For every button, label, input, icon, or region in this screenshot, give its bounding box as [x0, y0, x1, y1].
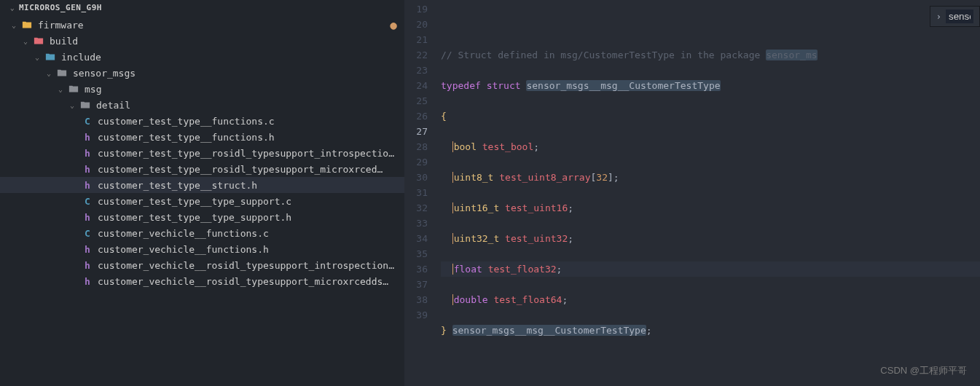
file-label: customer_vechicle__functions.h: [98, 244, 397, 255]
file-label: customer_test_type__rosidl_typesupport_i…: [98, 148, 397, 159]
project-name: MICROROS_GEN_G9H: [19, 3, 102, 12]
file-label: customer_test_type__struct.h: [98, 180, 397, 191]
c-file-icon: C: [82, 116, 93, 127]
chevron-right-icon[interactable]: ›: [936, 12, 941, 22]
var: test_uint32: [505, 233, 568, 244]
watermark: CSDN @工程师平哥: [880, 364, 967, 377]
folder-include[interactable]: ⌄ include: [0, 49, 404, 65]
folder-label: build: [50, 36, 397, 47]
type: uint16_t: [454, 202, 500, 213]
chevron-down-icon: ⌄: [32, 53, 42, 61]
chevron-down-icon: ⌄: [67, 101, 77, 109]
folder-label: include: [61, 52, 397, 63]
type: uint32_t: [454, 233, 500, 244]
type: float: [454, 264, 482, 275]
file-label: customer_test_type__functions.c: [98, 116, 397, 127]
folder-icon: [44, 52, 57, 62]
var: test_float32: [488, 264, 557, 275]
h-file-icon: h: [82, 276, 93, 287]
file-item[interactable]: C customer_test_type__type_support.c: [0, 193, 404, 209]
file-item[interactable]: h customer_vechicle__rosidl_typesupport_…: [0, 273, 404, 289]
type: bool: [454, 141, 477, 152]
file-label: customer_test_type__functions.h: [98, 132, 397, 143]
h-file-icon: h: [82, 180, 93, 191]
file-item-active[interactable]: h customer_test_type__struct.h: [0, 177, 404, 193]
chevron-down-icon: ⌄: [20, 37, 31, 45]
folder-label: msg: [85, 84, 397, 95]
file-item[interactable]: h customer_vechicle__functions.h: [0, 241, 404, 257]
file-item[interactable]: h customer_test_type__functions.h: [0, 129, 404, 145]
search-input[interactable]: [946, 9, 973, 23]
line-gutter: 1920212223242526272829303132333435363738…: [404, 0, 441, 386]
folder-detail[interactable]: ⌄ detail: [0, 97, 404, 113]
type: double: [454, 294, 488, 305]
type-name: sensor_msgs__msg__CustomerTestType: [452, 325, 646, 336]
file-item[interactable]: h customer_test_type__rosidl_typesupport…: [0, 145, 404, 161]
folder-sensor-msgs[interactable]: ⌄ sensor_msgs: [0, 65, 404, 81]
code-content[interactable]: // Struct defined in msg/CustomerTestTyp…: [441, 0, 980, 386]
chevron-down-icon[interactable]: ⌄: [7, 4, 17, 12]
folder-icon: [55, 68, 68, 78]
keyword: struct: [487, 80, 521, 91]
c-file-icon: C: [82, 228, 93, 239]
var: test_bool: [482, 141, 533, 152]
keyword: typedef: [441, 80, 481, 91]
h-file-icon: h: [82, 260, 93, 271]
brace: {: [441, 111, 447, 122]
file-label: customer_test_type__type_support.c: [98, 196, 397, 207]
folder-icon: [20, 20, 34, 30]
chevron-down-icon: ⌄: [55, 85, 66, 93]
comment: // Struct defined in msg/CustomerTestTyp…: [441, 50, 818, 60]
file-label: customer_test_type__type_support.h: [98, 212, 397, 223]
file-label: customer_vechicle__functions.c: [98, 228, 397, 239]
file-item[interactable]: h customer_vechicle__rosidl_typesupport_…: [0, 257, 404, 273]
code-editor[interactable]: 1920212223242526272829303132333435363738…: [404, 0, 980, 386]
var: test_float64: [493, 294, 562, 305]
folder-label: firmware: [38, 20, 390, 31]
chevron-down-icon: ⌄: [9, 21, 19, 29]
number: 32: [596, 172, 608, 183]
type-name: sensor_msgs__msg__CustomerTestType: [526, 80, 720, 91]
folder-firmware[interactable]: ⌄ firmware ●: [0, 17, 404, 33]
file-item[interactable]: C customer_test_type__functions.c: [0, 113, 404, 129]
folder-label: sensor_msgs: [73, 68, 397, 79]
folder-msg[interactable]: ⌄ msg: [0, 81, 404, 97]
folder-icon: [67, 84, 80, 94]
folder-icon: [79, 100, 92, 110]
h-file-icon: h: [82, 212, 93, 223]
h-file-icon: h: [82, 164, 93, 175]
file-tree: ⌄ firmware ● ⌄ build ⌄ include ⌄: [0, 15, 404, 289]
search-panel: ›: [930, 6, 980, 27]
type: uint8_t: [454, 172, 494, 183]
file-label: customer_vechicle__rosidl_typesupport_mi…: [98, 276, 397, 287]
modified-indicator: ●: [390, 18, 397, 32]
h-file-icon: h: [82, 148, 93, 159]
folder-build[interactable]: ⌄ build: [0, 33, 404, 49]
chevron-down-icon: ⌄: [44, 69, 54, 77]
c-file-icon: C: [82, 196, 93, 207]
file-label: customer_vechicle__rosidl_typesupport_in…: [98, 260, 397, 271]
h-file-icon: h: [82, 132, 93, 143]
folder-icon: [32, 36, 45, 46]
file-item[interactable]: C customer_vechicle__functions.c: [0, 225, 404, 241]
file-item[interactable]: h customer_test_type__rosidl_typesupport…: [0, 161, 404, 177]
folder-label: detail: [96, 100, 397, 111]
file-explorer: ⌄ MICROROS_GEN_G9H ⌄ firmware ● ⌄ build …: [0, 0, 404, 386]
var: test_uint8_array: [499, 172, 590, 183]
file-label: customer_test_type__rosidl_typesupport_m…: [98, 164, 397, 175]
project-title: ⌄ MICROROS_GEN_G9H: [0, 0, 404, 15]
file-item[interactable]: h customer_test_type__type_support.h: [0, 209, 404, 225]
h-file-icon: h: [82, 244, 93, 255]
brace: }: [441, 325, 447, 336]
var: test_uint16: [505, 202, 568, 213]
